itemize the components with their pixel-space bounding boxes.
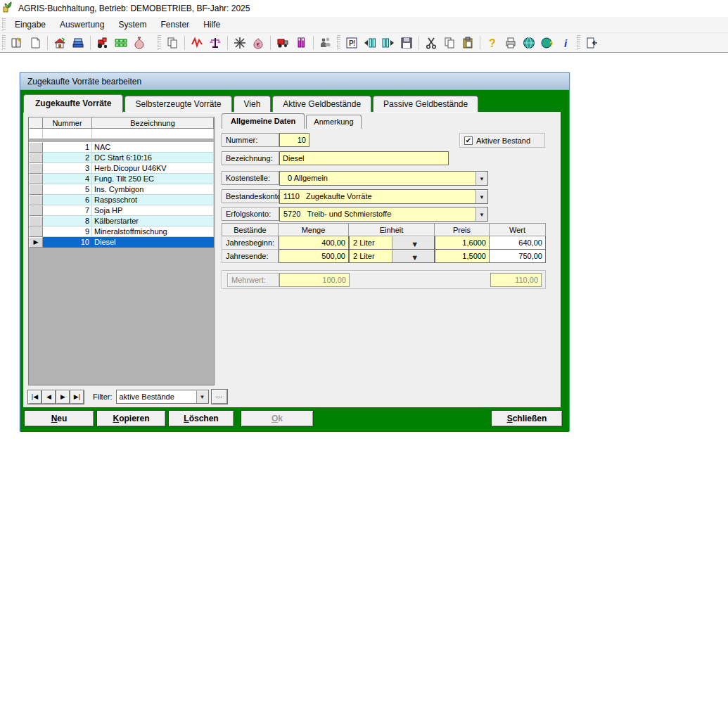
kopieren-button[interactable]: Kopieren [96, 410, 166, 427]
chevron-down-icon[interactable]: ▼ [475, 190, 487, 203]
copy-pages-icon[interactable] [164, 34, 181, 51]
toolbar-grip[interactable] [2, 35, 6, 51]
tab-selbsterzeugte-vorräte[interactable]: Selbsterzeugte Vorräte [124, 96, 231, 113]
balance-scale-icon[interactable] [207, 34, 224, 51]
toolbar-grip[interactable] [337, 35, 340, 51]
menu-fenster[interactable]: Fenster [153, 18, 196, 32]
grid-row[interactable]: 3Herb.Dicopur U46KV [29, 163, 214, 174]
erfolgskonto-combobox[interactable]: 5720 Treib- und Schmierstoffe ▼ [279, 207, 488, 222]
last-record-button[interactable]: ▶| [70, 390, 84, 404]
preis-field[interactable]: 1,6000 [435, 236, 490, 250]
form-tab-anmerkung[interactable]: Anmerkung [306, 115, 361, 129]
money-sack-icon[interactable] [131, 34, 148, 51]
farm-icon[interactable] [51, 34, 68, 51]
tab-vieh[interactable]: Vieh [234, 96, 272, 113]
grid-cell-nummer[interactable]: 2 [43, 153, 92, 163]
dialog-titlebar[interactable]: Zugekaufte Vorräte bearbeiten [20, 73, 569, 90]
einheit-combobox[interactable]: 2 Liter▼ [349, 236, 435, 250]
grid-cell-bezeichnung[interactable]: Herb.Dicopur U46KV [92, 163, 214, 174]
menge-field[interactable]: 400,00 [279, 236, 349, 250]
inventory-cart-icon[interactable] [274, 34, 291, 51]
toolbar-grip[interactable] [577, 35, 580, 51]
ledger-books-icon[interactable] [70, 34, 87, 51]
tab-passive-geldbestände[interactable]: Passive Geldbestände [373, 96, 478, 113]
chevron-down-icon[interactable]: ▼ [196, 390, 208, 403]
grid-cell-nummer[interactable]: 4 [43, 174, 92, 184]
grid-row[interactable]: 2DC Start 6:10:16 [29, 153, 214, 163]
chart-wave-icon[interactable] [189, 34, 205, 51]
menu-hilfe[interactable]: Hilfe [196, 18, 227, 32]
menge-field[interactable]: 500,00 [279, 250, 349, 263]
cut-icon[interactable] [423, 34, 440, 51]
neu-button[interactable]: Neu [24, 410, 94, 427]
help-question-icon[interactable]: ? [484, 34, 501, 51]
first-record-button[interactable]: |◀ [28, 390, 41, 404]
grid-cell-nummer[interactable]: 5 [43, 184, 92, 195]
grid-cell-bezeichnung[interactable]: Soja HP [92, 205, 214, 216]
chevron-down-icon[interactable]: ▼ [392, 236, 435, 249]
grid-cell-bezeichnung[interactable]: Raspsschrot [92, 195, 214, 205]
grid-cell-nummer[interactable]: 8 [43, 216, 92, 226]
grid-filter-bezeichnung[interactable] [92, 129, 214, 139]
euro-sack-icon[interactable]: € [250, 34, 267, 51]
tab-zugekaufte-vorräte[interactable]: Zugekaufte Vorräte [23, 94, 123, 113]
grid-row[interactable]: 5Ins. Cymbigon [29, 184, 214, 195]
grid-cell-bezeichnung[interactable]: Diesel [92, 237, 214, 248]
machines-burst-icon[interactable] [231, 34, 248, 51]
columns-tubes-icon[interactable] [293, 34, 309, 51]
grid-row[interactable]: 6Raspsschrot [29, 195, 214, 205]
grid-cell-bezeichnung[interactable]: Mineralstoffmischung [92, 226, 214, 237]
globe-icon[interactable] [521, 34, 537, 51]
grid-cell-nummer[interactable]: 6 [43, 195, 92, 205]
document-icon[interactable] [27, 34, 44, 51]
columns-right-icon[interactable] [380, 34, 397, 51]
persons-icon[interactable] [317, 34, 334, 51]
columns-left-icon[interactable] [362, 34, 378, 51]
exit-door-icon[interactable] [583, 34, 600, 51]
grid-row[interactable]: 8Kälberstarter [29, 216, 214, 226]
bezeichnung-field[interactable]: Diesel [279, 151, 449, 165]
aktiver-bestand-checkbox[interactable]: ✔ [464, 136, 473, 145]
program-icon[interactable]: P! [343, 34, 360, 51]
grid-row[interactable]: 1NAC [29, 142, 214, 153]
next-record-button[interactable]: ▶ [56, 390, 70, 404]
chevron-down-icon[interactable]: ▼ [392, 250, 435, 262]
grid-cell-bezeichnung[interactable]: Fung. Tilt 250 EC [92, 174, 214, 184]
save-icon[interactable] [398, 34, 415, 51]
grid-row[interactable]: 4Fung. Tilt 250 EC [29, 174, 214, 184]
copy-icon[interactable] [441, 34, 458, 51]
chevron-down-icon[interactable]: ▼ [475, 172, 487, 185]
grid-col-nummer[interactable]: Nummer [43, 117, 92, 129]
grid-cell-nummer[interactable]: 7 [43, 205, 92, 216]
menu-system[interactable]: System [111, 18, 153, 32]
journal-icon[interactable] [8, 34, 25, 51]
filter-combobox[interactable]: aktive Bestände ▼ [116, 390, 209, 404]
grid-cell-nummer[interactable]: 9 [43, 226, 92, 237]
print-icon[interactable] [502, 34, 519, 51]
web-help-icon[interactable]: ? [539, 34, 556, 51]
accounts-grid-icon[interactable] [113, 34, 129, 51]
grid-cell-nummer[interactable]: 1 [43, 142, 92, 153]
tab-aktive-geldbestände[interactable]: Aktive Geldbestände [272, 96, 371, 113]
grid-cell-bezeichnung[interactable]: NAC [92, 142, 214, 153]
paste-icon[interactable] [459, 34, 476, 51]
grid-cell-bezeichnung[interactable]: Ins. Cymbigon [92, 184, 214, 195]
preis-field[interactable]: 1,5000 [435, 250, 490, 263]
menu-eingabe[interactable]: Eingabe [8, 18, 53, 32]
löschen-button[interactable]: Löschen [168, 410, 234, 427]
grid-cell-bezeichnung[interactable]: DC Start 6:10:16 [92, 153, 214, 163]
grid-row[interactable]: 9Mineralstoffmischung [29, 226, 214, 237]
einheit-combobox[interactable]: 2 Liter▼ [349, 250, 435, 263]
form-tab-allgemeine-daten[interactable]: Allgemeine Daten [222, 113, 305, 129]
grid-col-bezeichnung[interactable]: Bezeichnung [92, 117, 214, 129]
grid-cell-bezeichnung[interactable]: Kälberstarter [92, 216, 214, 226]
chevron-down-icon[interactable]: ▼ [475, 207, 487, 221]
info-icon[interactable]: i [557, 34, 574, 51]
schließen-button[interactable]: Schließen [491, 410, 563, 427]
nummer-field[interactable]: 10 [279, 133, 309, 147]
prev-record-button[interactable]: ◀ [42, 390, 56, 404]
kostenstelle-combobox[interactable]: 0 Allgemein ▼ [279, 171, 488, 186]
bestandeskonto-combobox[interactable]: 1110 Zugekaufte Vorräte ▼ [279, 189, 488, 204]
grid-filter-row[interactable] [29, 129, 214, 139]
grid-row[interactable]: 7Soja HP [29, 205, 214, 216]
